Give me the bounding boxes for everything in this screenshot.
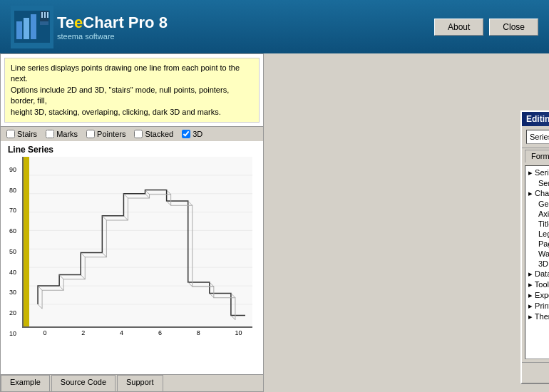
- stairs-checkbox-label[interactable]: Stairs: [6, 130, 37, 138]
- about-button[interactable]: About: [434, 19, 483, 36]
- bottom-tabs: Example Source Code Support: [1, 374, 263, 391]
- svg-line-19: [38, 286, 42, 290]
- tab-support[interactable]: Support: [117, 375, 163, 391]
- tab-source-code[interactable]: Source Code: [51, 375, 116, 391]
- tab-example[interactable]: Example: [1, 375, 50, 391]
- close-button[interactable]: Close: [489, 19, 538, 36]
- stairs-checkbox[interactable]: [6, 130, 15, 138]
- svg-rect-7: [44, 12, 46, 18]
- tree-item-page[interactable]: Pag...: [527, 239, 549, 249]
- tree-item-title[interactable]: Title: [527, 219, 549, 229]
- tree-item-tools[interactable]: ▸ Tools: [527, 279, 549, 290]
- svg-line-24: [102, 252, 106, 257]
- svg-line-37: [231, 315, 235, 319]
- chart-title: Line Series: [4, 145, 260, 155]
- logo-area: TeeChart Pro 8 steema software: [11, 6, 168, 48]
- editing-titlebar: Editing _ □ ✕: [522, 112, 549, 126]
- svg-line-36: [231, 293, 235, 297]
- svg-line-25: [102, 216, 106, 220]
- right-area: Editing _ □ ✕ Series0 ╱ Line... Format P…: [264, 53, 549, 392]
- top-bar: TeeChart Pro 8 steema software About Clo…: [0, 0, 549, 53]
- tree-item-gen[interactable]: Gen...: [527, 199, 549, 209]
- editing-title: Editing: [526, 114, 549, 124]
- tab-format[interactable]: Format: [525, 150, 549, 163]
- editing-content: ▸ Series Series0 ▸ Chart Gen... Axis Tit…: [522, 163, 549, 362]
- app-title: TeeChart Pro 8: [57, 14, 168, 32]
- svg-rect-3: [31, 14, 36, 39]
- marks-checkbox[interactable]: [46, 130, 54, 138]
- tree-item-axis[interactable]: Axis: [527, 209, 549, 219]
- svg-line-28: [145, 194, 150, 198]
- editing-footer: Help... Clo...: [522, 362, 549, 383]
- svg-line-35: [210, 293, 214, 297]
- editing-toolbar: Series0 ╱ Line...: [522, 126, 549, 148]
- left-panel: Line series displays points drawing one …: [0, 53, 264, 392]
- app-subtitle: steema software: [57, 32, 168, 41]
- svg-line-27: [123, 194, 128, 198]
- tree-item-series[interactable]: ▸ Series: [527, 167, 549, 178]
- chart-container: [22, 157, 252, 328]
- tree-item-3d[interactable]: 3D: [527, 259, 549, 269]
- editing-tabs: Format Point General Marks Data Source: [522, 148, 549, 163]
- tree-item-walls[interactable]: Wal...: [527, 249, 549, 259]
- svg-line-23: [81, 252, 85, 257]
- tree-item-print[interactable]: ▸ Print: [527, 301, 549, 311]
- svg-line-26: [123, 216, 128, 220]
- svg-rect-1: [16, 21, 22, 39]
- pointers-checkbox-label[interactable]: Pointers: [86, 130, 125, 138]
- svg-line-22: [81, 275, 85, 279]
- svg-rect-6: [41, 12, 43, 18]
- chart-area: 908070605040302010 Line Series: [1, 141, 263, 374]
- svg-line-21: [59, 275, 63, 279]
- tree-item-export[interactable]: ▸ Export: [527, 290, 549, 301]
- tree-panel: ▸ Series Series0 ▸ Chart Gen... Axis Tit…: [525, 165, 549, 359]
- svg-rect-2: [24, 18, 29, 39]
- stacked-checkbox-label[interactable]: Stacked: [134, 130, 173, 138]
- logo-icon: [11, 6, 53, 48]
- x-axis-labels: 0246810: [4, 329, 260, 336]
- pointers-checkbox[interactable]: [86, 130, 95, 138]
- top-buttons: About Close: [434, 19, 538, 36]
- svg-line-32: [188, 201, 193, 205]
- tree-item-series0[interactable]: Series0: [527, 178, 549, 188]
- tree-item-legend[interactable]: Lege...: [527, 229, 549, 239]
- svg-line-18: [38, 304, 42, 309]
- svg-rect-8: [47, 12, 48, 18]
- marks-checkbox-label[interactable]: Marks: [46, 130, 78, 138]
- editing-dialog: Editing _ □ ✕ Series0 ╱ Line... Format P…: [520, 110, 549, 384]
- info-box: Line series displays points drawing one …: [4, 58, 260, 123]
- info-text: Line series displays points drawing one …: [11, 63, 240, 116]
- tree-item-data[interactable]: ▸ Data: [527, 269, 549, 279]
- tree-item-chart[interactable]: ▸ Chart: [527, 188, 549, 199]
- svg-line-31: [167, 201, 171, 205]
- threed-checkbox[interactable]: [182, 130, 190, 138]
- svg-rect-9: [24, 157, 29, 326]
- main-area: Line series displays points drawing one …: [0, 53, 549, 392]
- svg-line-20: [59, 286, 63, 290]
- series-select[interactable]: Series0: [526, 130, 549, 144]
- threed-checkbox-label[interactable]: 3D: [182, 130, 202, 138]
- tree-item-themes[interactable]: ▸ Themes: [527, 311, 549, 322]
- stacked-checkbox[interactable]: [134, 130, 143, 138]
- checkboxes-bar: Stairs Marks Pointers Stacked 3D: [1, 126, 263, 141]
